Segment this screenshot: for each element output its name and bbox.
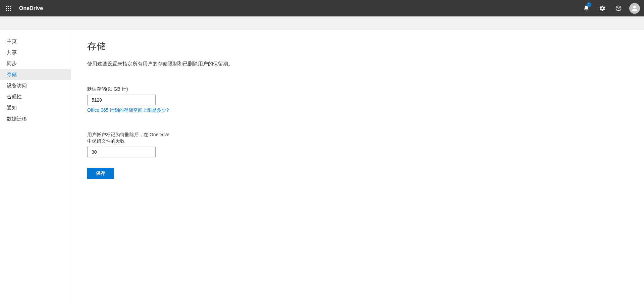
sidebar-item-sharing[interactable]: 共享 xyxy=(0,47,71,58)
notifications-button[interactable]: 1 xyxy=(578,0,594,16)
notification-badge: 1 xyxy=(587,2,591,7)
storage-input[interactable] xyxy=(87,95,156,105)
page-description: 使用这些设置来指定所有用户的存储限制和已删除用户的保留期。 xyxy=(87,61,628,67)
retention-label: 用户帐户标记为待删除后，在 OneDrive 中保留文件的天数 xyxy=(87,132,171,145)
storage-limit-link[interactable]: Office 365 计划的存储空间上限是多少? xyxy=(87,107,169,113)
sidebar-item-device-access[interactable]: 设备访问 xyxy=(0,80,71,91)
sidebar-item-label: 合规性 xyxy=(7,94,22,100)
sidebar-item-sync[interactable]: 同步 xyxy=(0,58,71,69)
retention-field: 用户帐户标记为待删除后，在 OneDrive 中保留文件的天数 xyxy=(87,132,628,157)
page-title: 存储 xyxy=(87,40,628,53)
retention-input[interactable] xyxy=(87,147,156,157)
help-button[interactable] xyxy=(610,0,627,16)
app-launcher-button[interactable] xyxy=(0,0,16,16)
sidebar-nav: 主页 共享 同步 存储 设备访问 合规性 通知 数据迁移 xyxy=(0,30,71,303)
header-bar: OneDrive 1 xyxy=(0,0,644,16)
help-icon xyxy=(615,5,622,12)
content-layout: 主页 共享 同步 存储 设备访问 合规性 通知 数据迁移 存储 使用这些设置来指… xyxy=(0,30,644,303)
header-left: OneDrive xyxy=(0,0,43,16)
settings-button[interactable] xyxy=(594,0,610,16)
sidebar-item-label: 通知 xyxy=(7,105,17,111)
svg-point-0 xyxy=(633,6,636,8)
storage-label: 默认存储(以 GB 计) xyxy=(87,86,171,93)
sidebar-item-label: 同步 xyxy=(7,60,17,67)
app-name: OneDrive xyxy=(19,5,43,11)
sidebar-item-storage[interactable]: 存储 xyxy=(0,69,71,80)
waffle-icon xyxy=(6,6,11,11)
command-bar xyxy=(0,16,644,30)
sidebar-item-home[interactable]: 主页 xyxy=(0,36,71,47)
sidebar-item-label: 主页 xyxy=(7,38,17,45)
sidebar-item-notifications[interactable]: 通知 xyxy=(0,102,71,113)
main-content: 存储 使用这些设置来指定所有用户的存储限制和已删除用户的保留期。 默认存储(以 … xyxy=(71,30,644,303)
sidebar-item-label: 存储 xyxy=(7,71,17,78)
save-button[interactable]: 保存 xyxy=(87,168,114,179)
gear-icon xyxy=(599,5,606,12)
sidebar-item-data-migration[interactable]: 数据迁移 xyxy=(0,113,71,124)
sidebar-item-compliance[interactable]: 合规性 xyxy=(0,91,71,102)
sidebar-item-label: 设备访问 xyxy=(7,83,27,89)
sidebar-item-label: 数据迁移 xyxy=(7,116,27,122)
header-right: 1 xyxy=(578,0,644,16)
sidebar-item-label: 共享 xyxy=(7,49,17,56)
default-storage-field: 默认存储(以 GB 计) Office 365 计划的存储空间上限是多少? xyxy=(87,86,628,113)
avatar[interactable] xyxy=(629,3,640,14)
user-icon xyxy=(631,4,639,12)
